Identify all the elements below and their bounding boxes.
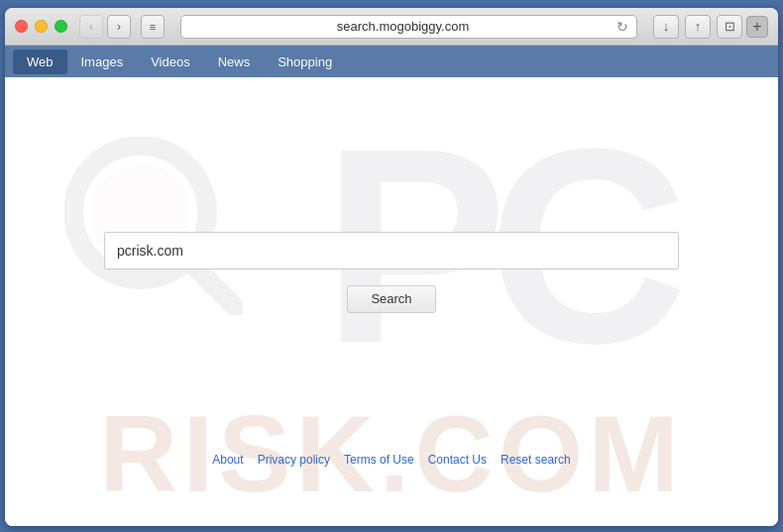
nav-item-web[interactable]: Web [13, 50, 67, 74]
footer-terms[interactable]: Terms of Use [344, 453, 414, 467]
nav-arrows: ‹ › [79, 15, 131, 39]
back-button[interactable]: ‹ [79, 15, 103, 39]
tabs-icon: ⊡ [725, 19, 735, 34]
new-tab-icon: + [752, 18, 761, 36]
reader-icon: ≡ [150, 21, 156, 33]
search-input[interactable] [104, 232, 679, 269]
forward-button[interactable]: › [107, 15, 131, 39]
new-tab-button[interactable]: + [746, 16, 768, 38]
nav-item-news[interactable]: News [204, 50, 265, 74]
footer-reset[interactable]: Reset search [501, 453, 571, 467]
page-content: PC RISK.COM Search About Privacy policy … [5, 77, 778, 526]
reader-button[interactable]: ≡ [141, 15, 165, 39]
minimize-button[interactable] [35, 20, 48, 33]
share-icon: ↑ [695, 19, 702, 34]
url-display: search.mogobiggy.com [189, 19, 616, 34]
tab-overview-button[interactable]: ⊡ [717, 15, 742, 39]
search-area: Search [104, 232, 679, 313]
maximize-button[interactable] [55, 20, 67, 33]
footer-about[interactable]: About [212, 453, 243, 467]
footer-privacy[interactable]: Privacy policy [258, 453, 330, 467]
footer-contact[interactable]: Contact Us [428, 453, 487, 467]
footer-links: About Privacy policy Terms of Use Contac… [212, 453, 570, 467]
search-input-wrapper [104, 232, 679, 269]
search-button[interactable]: Search [347, 285, 436, 313]
back-icon: ‹ [89, 20, 93, 34]
nav-bar: Web Images Videos News Shopping [5, 46, 778, 77]
nav-item-images[interactable]: Images [67, 50, 138, 74]
nav-item-videos[interactable]: Videos [137, 50, 204, 74]
download-icon: ↓ [663, 19, 670, 34]
reload-button[interactable]: ↻ [616, 19, 628, 35]
title-bar: ‹ › ≡ search.mogobiggy.com ↻ ↓ ↑ ⊡ + [5, 8, 778, 46]
address-bar[interactable]: search.mogobiggy.com ↻ [180, 15, 637, 39]
share-button[interactable]: ↑ [685, 15, 711, 39]
toolbar-right: ↓ ↑ ⊡ [653, 15, 742, 39]
browser-window: ‹ › ≡ search.mogobiggy.com ↻ ↓ ↑ ⊡ + [5, 8, 778, 526]
download-button[interactable]: ↓ [653, 15, 679, 39]
traffic-lights [15, 20, 67, 33]
forward-icon: › [117, 20, 121, 34]
nav-item-shopping[interactable]: Shopping [264, 50, 346, 74]
close-button[interactable] [15, 20, 28, 33]
